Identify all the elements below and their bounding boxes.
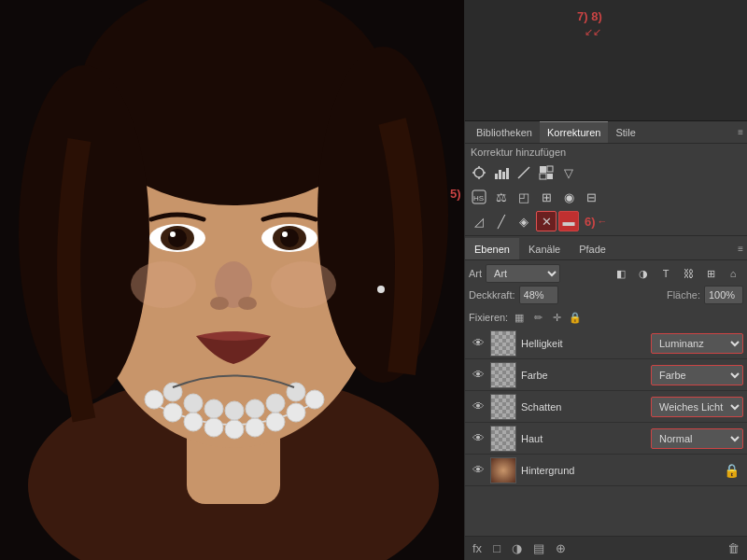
layer-row-haut[interactable]: 1) 👁 Haut Normal Farbe Luminanz Weiches … [465,423,747,455]
threshold-icon[interactable]: ◈ [514,211,534,231]
fix-label: Fixieren: [469,312,508,323]
new-group-btn[interactable]: ▤ [529,539,548,557]
curves-icon[interactable] [514,162,534,183]
black-white-icon[interactable]: ◰ [514,187,534,207]
channel-mixer-icon[interactable]: ◉ [558,187,579,207]
color-lookup-icon[interactable]: ⊟ [581,187,601,207]
layer-row-schatten[interactable]: 2) 👁 Schatten Weiches Licht Normal Farbe… [465,391,747,423]
lock-image-btn[interactable]: ✏ [529,309,546,326]
svg-point-32 [225,401,244,420]
hsl-icon[interactable]: HS [469,187,489,207]
delete-layer-btn[interactable]: 🗑 [724,539,743,557]
visibility-btn-helligkeit[interactable]: 👁 [469,334,487,353]
kind-label: Art [469,268,482,279]
blend-select-helligkeit[interactable]: Luminanz Normal Farbe Weiches Licht [651,333,743,354]
link-layers-icon[interactable]: ⛓ [678,263,698,284]
lock-icons: ▦ ✏ ✛ 🔒 [511,309,584,326]
exposure-icon[interactable] [536,162,557,183]
svg-point-19 [271,261,336,308]
photo-bg [0,0,464,560]
annotation-arrows: ↙↙ [585,26,601,38]
svg-rect-44 [502,172,505,179]
vibrance-icon[interactable]: ▽ [558,162,579,183]
blend-select-haut[interactable]: Normal Farbe Luminanz Weiches Licht [651,428,743,449]
selective-color-icon[interactable]: ✕ [536,211,557,231]
tab-bibliotheken[interactable]: Bibliotheken [469,121,540,143]
new-fill-layer-btn[interactable]: □ [489,539,504,557]
annotation-5: 5) [450,187,461,201]
svg-point-28 [305,390,324,409]
gradient-map-icon[interactable]: ▬ [558,211,579,231]
correction-icons-row3: ◿ ╱ ◈ ✕ ▬ 6) ← [465,209,747,233]
photo-area [0,0,464,560]
tab-pfade[interactable]: Pfade [570,238,615,259]
layer-controls: Art Art ◧ ◑ T ⛓ ⊞ ⌂ Deckkraft: Fläche: [465,260,747,307]
layer-row-helligkeit[interactable]: 4) 👁 Helligkeit Luminanz Normal Farbe We… [465,328,747,359]
levels-icon[interactable] [491,162,512,183]
svg-point-22 [184,413,203,431]
new-layer-icon[interactable]: ◧ [611,263,631,284]
opacity-input[interactable] [519,286,558,304]
correction-icons-row2: 5) HS ⚖ ◰ ⊞ ◉ ⊟ [465,185,747,209]
lock-position-btn[interactable]: ✛ [548,309,565,326]
layers-tab-bar: Ebenen Kanäle Pfade ≡ [465,238,747,260]
layer-row-farbe[interactable]: 3) 👁 Farbe Farbe Normal Luminanz Weiches… [465,359,747,391]
posterize-icon[interactable]: ╱ [491,211,512,231]
svg-rect-42 [495,174,498,179]
text-tool-icon[interactable]: T [655,263,676,284]
thumb-schatten [490,394,516,420]
panel-divider [465,235,747,236]
svg-point-10 [170,231,176,237]
visibility-btn-schatten[interactable]: 👁 [469,398,487,416]
svg-point-30 [184,394,203,413]
layers-menu-button[interactable]: ≡ [738,244,743,254]
svg-point-16 [210,297,229,310]
layer-name-farbe: Farbe [521,370,651,381]
top-preview-area: 7) 8) ↙↙ [465,0,747,121]
layer-list: 4) 👁 Helligkeit Luminanz Normal Farbe We… [465,328,747,536]
visibility-btn-haut[interactable]: 👁 [469,429,487,448]
new-adjustment-layer-btn[interactable]: ◑ [508,539,526,557]
color-balance-icon[interactable]: ⚖ [491,187,512,207]
layer-name-hintergrund: Hintergrund [521,465,724,476]
svg-point-9 [168,229,187,247]
layer-tool-icons: ◧ ◑ T ⛓ ⊞ ⌂ [611,263,743,284]
svg-point-21 [163,403,182,422]
layer-style-icon[interactable]: ⌂ [723,263,743,284]
svg-rect-48 [547,174,553,179]
new-layer-btn[interactable]: ⊕ [552,539,570,557]
blend-select-farbe[interactable]: Farbe Normal Luminanz Weiches Licht [651,365,743,385]
thumb-helligkeit [490,330,516,357]
layer-group-icon[interactable]: ⊞ [700,263,721,284]
tab-stile[interactable]: Stile [608,121,642,143]
fill-input[interactable] [704,286,743,304]
lock-transparent-btn[interactable]: ▦ [511,309,528,326]
correction-icons-row1: ▽ [465,161,747,185]
fill-label: Fläche: [667,289,700,301]
svg-point-37 [474,168,484,177]
layer-mask-icon[interactable]: ◑ [633,263,654,284]
layer-kind-select[interactable]: Art [486,264,560,283]
svg-point-36 [377,286,385,293]
visibility-btn-hintergrund[interactable]: 👁 [469,461,487,480]
svg-point-27 [287,403,305,422]
visibility-btn-farbe[interactable]: 👁 [469,366,487,385]
invert-icon[interactable]: ◿ [469,211,489,231]
tab-korrekturen[interactable]: Korrekturen [540,121,608,143]
annotation-6: 6) [585,215,596,229]
photo-filter-icon[interactable]: ⊞ [536,187,557,207]
svg-point-13 [280,229,299,247]
tab-ebenen[interactable]: Ebenen [465,238,519,259]
svg-rect-47 [547,166,553,172]
svg-point-25 [246,418,264,437]
brightness-contrast-icon[interactable] [469,162,489,183]
layer-row-hintergrund[interactable]: 👁 Hintergrund 🔒 [465,455,747,486]
tab-kanaele[interactable]: Kanäle [519,238,570,259]
panel-menu-button[interactable]: ≡ [738,127,743,137]
layers-bottom-toolbar: fx □ ◑ ▤ ⊕ 🗑 [465,536,747,560]
svg-text:HS: HS [473,194,484,203]
thumb-hintergrund [490,457,516,483]
layer-fx-button[interactable]: fx [469,539,486,557]
blend-select-schatten[interactable]: Weiches Licht Normal Farbe Luminanz [651,397,743,417]
lock-all-btn[interactable]: 🔒 [567,309,584,326]
